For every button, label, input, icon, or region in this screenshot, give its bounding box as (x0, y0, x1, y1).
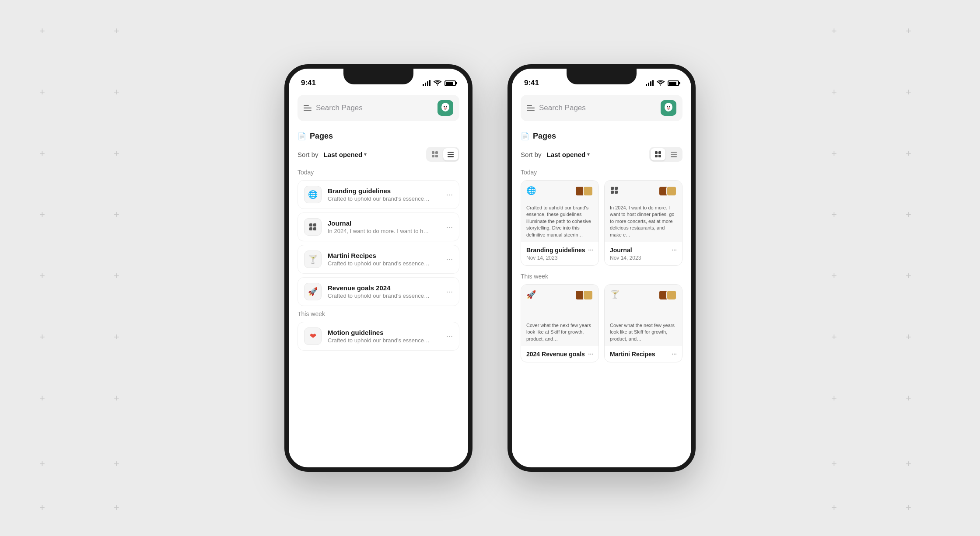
notch (343, 69, 413, 84)
svg-point-5 (446, 106, 447, 108)
item-text: Revenue goals 2024 Crafted to uphold our… (328, 284, 440, 299)
menu-icon (304, 105, 312, 111)
search-input[interactable]: Search Pages (539, 104, 656, 112)
more-icon[interactable]: ··· (588, 247, 593, 254)
this-week-group-label: This week (298, 310, 459, 317)
signal-icon (646, 80, 654, 86)
chevron-down-icon: ▾ (587, 151, 590, 157)
sort-label[interactable]: Sort by Last opened ▾ (521, 151, 590, 158)
item-title: Revenue goals 2024 (328, 284, 440, 292)
this-week-group-label: This week (521, 273, 682, 280)
grid-card-branding[interactable]: 🌐 Crafted to uphold our brand's essence,… (521, 180, 599, 266)
svg-rect-27 (655, 155, 658, 157)
item-icon-martini: 🍸 (304, 251, 322, 268)
more-icon[interactable]: ··· (446, 287, 453, 296)
grid-card-preview-text: Cover what the next few years look like … (605, 319, 682, 346)
sort-label[interactable]: Sort by Last opened ▾ (298, 151, 367, 158)
status-icons (646, 80, 679, 86)
page-icon: 📄 (521, 132, 529, 140)
grid-card-preview-text: Cover what the next few years look like … (521, 319, 598, 346)
grid-card-preview-text: In 2024, I want to do more. I want to ho… (605, 201, 682, 242)
svg-rect-16 (309, 227, 312, 230)
grid-card-footer: Branding guidelines ··· Nov 14, 2023 (521, 242, 598, 265)
grid-view-button[interactable] (651, 148, 665, 160)
battery-icon (668, 80, 679, 86)
battery-icon (444, 80, 456, 86)
avatar[interactable] (438, 100, 453, 116)
svg-point-6 (444, 108, 447, 109)
svg-rect-33 (615, 187, 618, 190)
more-icon[interactable]: ··· (446, 255, 453, 264)
grid-view-button[interactable] (427, 148, 442, 160)
more-icon[interactable]: ··· (446, 223, 453, 232)
sort-value: Last opened (547, 151, 585, 158)
grid-card-date: Nov 14, 2023 (526, 255, 593, 261)
search-input[interactable]: Search Pages (316, 104, 433, 112)
more-icon[interactable]: ··· (588, 351, 593, 358)
search-bar[interactable]: Search Pages (521, 95, 682, 121)
more-icon[interactable]: ··· (446, 332, 453, 341)
grid-container-week: 🚀 Cover what the next few years look lik… (521, 284, 682, 362)
svg-rect-9 (432, 155, 434, 157)
sort-value: Last opened (324, 151, 362, 158)
item-text: Journal In 2024, I want to do more. I wa… (328, 219, 440, 234)
item-title: Branding guidelines (328, 187, 440, 195)
grid-card-title-text: Journal (610, 247, 632, 254)
item-text: Motion guidelines Crafted to uphold our … (328, 329, 440, 344)
list-item[interactable]: Journal In 2024, I want to do more. I wa… (298, 212, 459, 241)
grid-card-preview-text: Crafted to uphold our brand's essence, t… (521, 201, 598, 242)
search-bar[interactable]: Search Pages (298, 95, 459, 121)
grid-card-title: 2024 Revenue goals ··· (526, 351, 593, 358)
grid-card-date: Nov 14, 2023 (610, 255, 677, 261)
svg-rect-35 (615, 191, 618, 194)
section-header: 📄 Pages (521, 132, 682, 141)
item-subtitle: Crafted to uphold our brand's essence… (328, 195, 440, 202)
list-view-button[interactable] (443, 148, 458, 160)
item-title: Journal (328, 219, 440, 227)
mini-avatar (583, 290, 593, 300)
avatar-stack (658, 186, 677, 196)
svg-rect-8 (435, 151, 438, 154)
grid-card-preview: In 2024, I want to do more. I want to ho… (605, 181, 682, 242)
list-item[interactable]: ❤ Motion guidelines Crafted to uphold ou… (298, 322, 459, 351)
list-item[interactable]: 🚀 Revenue goals 2024 Crafted to uphold o… (298, 277, 459, 306)
item-subtitle: In 2024, I want to do more. I want to h… (328, 228, 440, 234)
view-toggle (426, 147, 459, 162)
grid-card-doc-icon: 🍸 (610, 290, 620, 299)
item-icon-revenue: 🚀 (304, 283, 322, 300)
list-view-button[interactable] (666, 148, 681, 160)
grid-card-doc-icon: 🌐 (526, 186, 536, 195)
svg-point-21 (668, 104, 672, 108)
grid-card-martini[interactable]: 🍸 Cover what the next few years look lik… (604, 284, 682, 362)
grid-card-journal[interactable]: In 2024, I want to do more. I want to ho… (604, 180, 682, 266)
more-icon[interactable]: ··· (672, 247, 677, 254)
avatar-stack (575, 186, 593, 196)
avatar[interactable] (661, 100, 676, 116)
grid-card-revenue[interactable]: 🚀 Cover what the next few years look lik… (521, 284, 599, 362)
grid-card-footer: Martini Recipes ··· (605, 346, 682, 362)
item-text: Branding guidelines Crafted to uphold ou… (328, 187, 440, 202)
more-icon[interactable]: ··· (672, 351, 677, 358)
section-header: 📄 Pages (298, 132, 459, 141)
menu-icon (527, 105, 535, 111)
grid-container-today: 🌐 Crafted to uphold our brand's essence,… (521, 180, 682, 266)
svg-point-23 (669, 106, 670, 108)
mini-avatar (666, 186, 677, 196)
svg-rect-17 (313, 227, 316, 230)
sort-row: Sort by Last opened ▾ (521, 147, 682, 162)
today-group-label: Today (521, 169, 682, 176)
item-icon-branding: 🌐 (304, 186, 322, 203)
chevron-down-icon: ▾ (364, 151, 367, 157)
view-toggle (649, 147, 682, 162)
more-icon[interactable]: ··· (446, 190, 453, 199)
phone-list: 9:41 Search Pages (284, 64, 472, 472)
list-item[interactable]: 🍸 Martini Recipes Crafted to uphold our … (298, 245, 459, 274)
section-title: Pages (533, 132, 556, 141)
svg-rect-29 (671, 152, 677, 153)
grid-card-doc-icon: 🚀 (526, 290, 536, 299)
svg-rect-30 (671, 154, 677, 155)
notch (567, 69, 637, 84)
list-item[interactable]: 🌐 Branding guidelines Crafted to uphold … (298, 180, 459, 209)
grid-card-title: Branding guidelines ··· (526, 247, 593, 254)
svg-rect-15 (313, 223, 316, 226)
